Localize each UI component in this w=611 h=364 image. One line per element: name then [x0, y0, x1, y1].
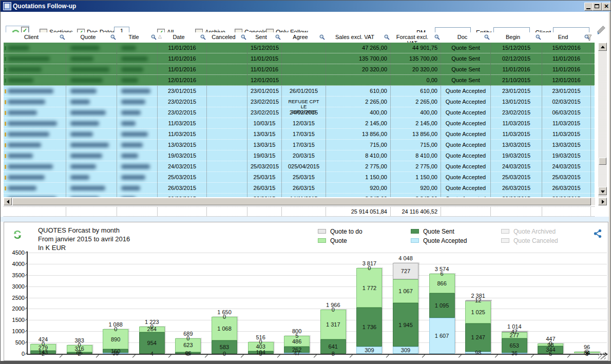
cell-text	[207, 118, 247, 129]
table-row[interactable]: 11/01/201611/01/2015135 700,00135 700,00…	[4, 53, 595, 64]
column-header-label: Sent	[247, 34, 275, 40]
cell-text: 135 700,00	[391, 53, 441, 64]
table-row[interactable]: 11/01/201615/12/201547 265,0044 901,75Qu…	[4, 43, 595, 53]
table-row[interactable]: 11/03/201510/03/1512/03/152 145,002 145,…	[4, 118, 595, 129]
scroll-down-button[interactable]	[598, 187, 607, 195]
column-header-begin[interactable]: Begin	[491, 32, 542, 43]
column-header-quote[interactable]: Quote	[66, 32, 117, 43]
bar-label-quote-sent: 954	[134, 340, 170, 346]
maximize-icon	[595, 4, 599, 8]
cell-canceled	[207, 129, 247, 140]
bar-total-label: 4 048	[385, 255, 426, 261]
table-row[interactable]: 23/02/201523/02/2015REFUSE CPT LE 23/02/…	[4, 97, 595, 107]
bar-label-quote-accepted: 98	[460, 350, 496, 356]
cell-end: 19/03/2015	[542, 150, 591, 161]
cell-text: 26/03/15	[247, 183, 281, 194]
bar-label-quote-accepted: 0	[170, 351, 206, 357]
cell-sales: 920,00	[326, 183, 391, 194]
cell-forcast: 8 410,00	[391, 150, 441, 161]
cell-date: 30/03/2015	[158, 194, 207, 197]
cell-sent: 15/12/2015	[247, 43, 282, 53]
cell-client	[4, 194, 66, 197]
clear-filter-icon[interactable]	[587, 34, 592, 43]
cell-text: 610,00	[326, 86, 390, 97]
cell-sales: 3 345,00	[326, 194, 391, 197]
cell-client	[4, 118, 66, 129]
cell-begin: 23/01/2015	[491, 86, 542, 97]
column-header-label: Doc	[441, 34, 484, 40]
column-header-canceled[interactable]: Canceled	[207, 32, 247, 43]
column-header-date[interactable]: △Date	[158, 32, 207, 43]
cell-text: 13/03/2015	[491, 140, 542, 150]
column-header-doc[interactable]: Doc	[441, 32, 491, 43]
horizontal-scrollbar[interactable]	[4, 198, 595, 205]
cell-text: REFUSE CPT LE 23/02/2015	[282, 97, 326, 107]
cell-end: 13/03/2015	[542, 140, 591, 150]
table-row[interactable]: 30/03/201530/03/1514/11/20153 345,003 34…	[4, 194, 595, 197]
column-header-client[interactable]: Client	[4, 32, 66, 43]
cell-forcast: 920,00	[391, 183, 441, 194]
cell-text: Quote Accepted	[441, 97, 490, 107]
cell-title	[117, 150, 158, 161]
cell-begin: 26/03/2015	[491, 183, 542, 194]
y-axis-label: 500	[5, 339, 25, 346]
cell-text: 02/12/2015	[491, 53, 542, 64]
column-header-agree[interactable]: Agree	[282, 32, 326, 43]
cell-text: Quote Sent	[441, 53, 490, 64]
table-row[interactable]: 24/03/201525/03/2015025/04/20152 775,002…	[4, 161, 595, 172]
table-row[interactable]: 26/03/201526/03/1526/03/15920,00920,00Qu…	[4, 183, 595, 194]
horizontal-scrollbar-thumb[interactable]	[12, 198, 591, 205]
maximize-button[interactable]	[593, 3, 602, 11]
column-header-label: Title	[117, 34, 150, 40]
redacted-text	[8, 100, 45, 104]
table-body: 11/01/201615/12/201547 265,0044 901,75Qu…	[4, 43, 598, 197]
scroll-right-button[interactable]	[598, 198, 607, 205]
cell-text: 610,00	[391, 86, 441, 97]
cell-sent: 23/01/2015	[247, 86, 282, 97]
table-row[interactable]: 11/01/201611/01/201620 320,0020 320,00Qu…	[4, 64, 595, 75]
redacted-text	[70, 56, 93, 61]
cell-title	[117, 53, 158, 64]
bar-label-quote: 1 025	[460, 309, 496, 315]
bar-label-quote: 1 068	[206, 325, 242, 332]
bar-label-quote-sent: 653	[497, 342, 532, 349]
cell-text: 8 410,00	[391, 150, 441, 161]
close-button[interactable]: ✕	[602, 3, 611, 11]
table-row[interactable]: 13/03/201513/03/1517/03/15715,00715,00Qu…	[4, 140, 595, 150]
cell-text: 23/02/2015	[491, 107, 542, 118]
cell-end: 02/03/2015	[542, 97, 591, 107]
redacted-text	[70, 143, 109, 147]
column-header-label: Quote	[66, 34, 110, 40]
redacted-text	[121, 100, 145, 104]
cell-text: 8 410,00	[326, 150, 390, 161]
redacted-text	[8, 132, 49, 137]
table-row[interactable]: 19/03/201519/03/1520/03/158 410,008 410,…	[4, 150, 595, 161]
table-row[interactable]: 23/01/201523/01/201526/01/2015610,00610,…	[4, 86, 595, 97]
title-bar[interactable]: Quotations Follow-up ✕	[1, 1, 611, 12]
cell-text: 920,00	[391, 183, 441, 194]
scroll-up-button[interactable]	[598, 43, 607, 51]
vertical-scrollbar-thumb[interactable]	[599, 158, 606, 165]
column-header-sent[interactable]: Sent	[247, 32, 282, 43]
cell-begin: 15/12/2015	[491, 43, 542, 53]
table-row[interactable]: 25/03/201525/03/1525/03/151 150,001 150,…	[4, 172, 595, 183]
cell-quote	[66, 107, 117, 118]
column-header-forcast[interactable]: Forcast excl. VAT	[391, 32, 441, 43]
cell-quote	[66, 86, 117, 97]
table-row[interactable]: 12/01/201612/01/20150,00Quote Sent21/10/…	[4, 75, 595, 86]
divider-strip	[1, 217, 611, 222]
cell-doc: Quote Accepted	[441, 150, 491, 161]
column-header-sales[interactable]: Sales excl. VAT	[326, 32, 391, 43]
table-header: ClientQuoteTitle△DateCanceledSentAgreeSa…	[4, 32, 598, 43]
column-header-end[interactable]: End	[542, 32, 591, 43]
redacted-text	[70, 132, 93, 137]
scroll-left-button[interactable]	[4, 198, 12, 205]
vertical-scrollbar[interactable]	[598, 43, 607, 197]
column-header-title[interactable]: Title	[117, 32, 158, 43]
resize-grip[interactable]	[598, 353, 606, 359]
redacted-text	[70, 100, 90, 104]
redacted-text	[8, 154, 33, 158]
table-row[interactable]: 11/03/201513/03/1517/03/1513 856,0013 85…	[4, 129, 595, 140]
redacted-text	[121, 46, 136, 50]
cell-begin: 19/03/2015	[491, 150, 542, 161]
